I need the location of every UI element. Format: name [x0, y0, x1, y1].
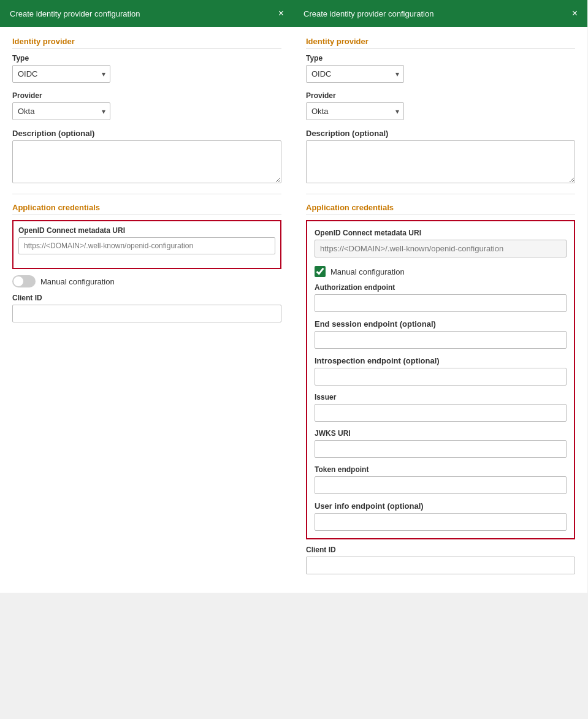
openid-input-left[interactable]	[18, 237, 275, 254]
provider-select-wrapper-right[interactable]: Okta	[306, 102, 404, 120]
openid-group-right: OpenID Connect metadata URI	[315, 229, 567, 257]
openid-label-right: OpenID Connect metadata URI	[315, 229, 567, 237]
jwks-uri-input[interactable]	[315, 440, 567, 458]
manual-config-checkbox-right[interactable]	[315, 266, 326, 277]
type-label-left: Type	[12, 54, 281, 63]
issuer-input[interactable]	[315, 404, 567, 422]
dialog-right-body: Identity provider Type OIDC Provider Okt…	[294, 27, 587, 593]
type-group-left: Type OIDC	[12, 54, 281, 83]
user-info-group: User info endpoint (optional)	[315, 501, 567, 531]
issuer-label: Issuer	[315, 393, 567, 401]
provider-group-right: Provider Okta	[306, 91, 575, 120]
description-group-left: Description (optional)	[12, 129, 281, 185]
client-id-label-right: Client ID	[306, 546, 575, 554]
openid-label-left: OpenID Connect metadata URI	[18, 226, 275, 235]
type-group-right: Type OIDC	[306, 54, 575, 83]
section-app-creds-left: Application credentials	[12, 203, 281, 215]
provider-group-left: Provider Okta	[12, 91, 281, 120]
dialog-left: Create identity provider configuration ×…	[0, 0, 294, 593]
manual-config-label-left: Manual configuration	[40, 277, 115, 286]
dialog-left-header: Create identity provider configuration ×	[0, 0, 294, 27]
client-id-input-left[interactable]	[12, 305, 281, 322]
dialog-right-close[interactable]: ×	[572, 9, 578, 18]
end-session-input[interactable]	[315, 331, 567, 349]
type-select-wrapper-right[interactable]: OIDC	[306, 65, 404, 83]
type-select-left[interactable]: OIDC	[12, 65, 110, 83]
client-id-input-right[interactable]	[306, 557, 575, 574]
client-id-group-left: Client ID	[12, 294, 281, 322]
description-textarea-right[interactable]	[306, 140, 575, 183]
dialog-right-header: Create identity provider configuration ×	[294, 0, 587, 27]
description-textarea-left[interactable]	[12, 140, 281, 183]
end-session-label: End session endpoint (optional)	[315, 319, 567, 329]
dialog-right: Create identity provider configuration ×…	[294, 0, 587, 593]
dialog-left-title: Create identity provider configuration	[10, 9, 140, 18]
description-label-left: Description (optional)	[12, 129, 281, 138]
provider-label-right: Provider	[306, 91, 575, 100]
dialog-left-body: Identity provider Type OIDC Provider Okt…	[0, 27, 294, 341]
manual-config-row-right: Manual configuration	[315, 266, 567, 277]
issuer-group: Issuer	[315, 393, 567, 422]
provider-label-left: Provider	[12, 91, 281, 100]
type-select-wrapper-left[interactable]: OIDC	[12, 65, 110, 83]
client-id-label-left: Client ID	[12, 294, 281, 302]
description-label-right: Description (optional)	[306, 129, 575, 138]
user-info-label: User info endpoint (optional)	[315, 501, 567, 511]
metadata-uri-box-left: OpenID Connect metadata URI	[12, 220, 281, 269]
section-app-creds-right: Application credentials	[306, 203, 575, 215]
divider-left	[12, 194, 281, 194]
manual-config-box-right: OpenID Connect metadata URI Manual confi…	[306, 220, 575, 539]
auth-endpoint-group: Authorization endpoint	[315, 283, 567, 312]
toggle-knob-left	[13, 276, 23, 286]
description-group-right: Description (optional)	[306, 129, 575, 185]
section-identity-provider-left: Identity provider	[12, 37, 281, 49]
dialog-right-title: Create identity provider configuration	[304, 9, 433, 18]
user-info-input[interactable]	[315, 513, 567, 531]
introspection-label: Introspection endpoint (optional)	[315, 356, 567, 365]
dialog-left-close[interactable]: ×	[278, 9, 284, 18]
auth-endpoint-label: Authorization endpoint	[315, 283, 567, 292]
end-session-group: End session endpoint (optional)	[315, 319, 567, 349]
manual-config-toggle-left[interactable]	[12, 275, 36, 287]
auth-endpoint-input[interactable]	[315, 294, 567, 312]
manual-config-row-left: Manual configuration	[12, 275, 281, 287]
type-select-right[interactable]: OIDC	[306, 65, 404, 83]
divider-right	[306, 194, 575, 194]
provider-select-wrapper-left[interactable]: Okta	[12, 102, 110, 120]
token-endpoint-input[interactable]	[315, 476, 567, 494]
jwks-uri-label: JWKS URI	[315, 429, 567, 438]
provider-select-right[interactable]: Okta	[306, 102, 404, 120]
openid-group-left: OpenID Connect metadata URI	[18, 226, 275, 254]
token-endpoint-group: Token endpoint	[315, 465, 567, 494]
section-identity-provider-right: Identity provider	[306, 37, 575, 49]
type-label-right: Type	[306, 54, 575, 63]
introspection-group: Introspection endpoint (optional)	[315, 356, 567, 386]
token-endpoint-label: Token endpoint	[315, 465, 567, 474]
manual-config-label-right: Manual configuration	[330, 267, 405, 276]
provider-select-left[interactable]: Okta	[12, 102, 110, 120]
client-id-group-right: Client ID	[306, 546, 575, 574]
jwks-uri-group: JWKS URI	[315, 429, 567, 458]
openid-input-right[interactable]	[315, 240, 567, 257]
introspection-input[interactable]	[315, 368, 567, 386]
